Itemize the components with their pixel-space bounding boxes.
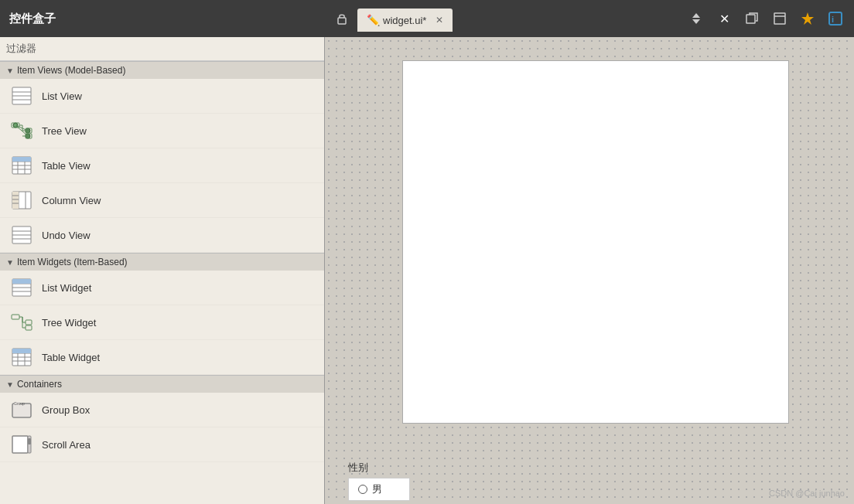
edit-icon: ✏️: [367, 14, 380, 26]
pin-button[interactable]: [795, 6, 820, 31]
category-containers-label: Containers: [17, 379, 62, 390]
widget-item-table-view[interactable]: Table View: [0, 148, 324, 183]
svg-rect-4: [774, 13, 785, 24]
widget-list: ▼ Item Views (Model-Based) List View: [0, 61, 324, 504]
radio-male-label: 男: [372, 482, 382, 496]
panel-title-text: 控件盒子: [9, 12, 56, 25]
extra-icon[interactable]: i: [823, 6, 848, 31]
filter-label: 过滤器: [6, 43, 36, 54]
watermark: CSDN @Cai junhao: [769, 489, 845, 498]
category-arrow-containers-icon: ▼: [6, 380, 14, 389]
scroll-area-label: Scroll Area: [42, 439, 91, 451]
close-icon: ✕: [719, 12, 729, 26]
column-view-icon: [9, 188, 34, 213]
category-widgets-label: Item Widgets (Item-Based): [17, 257, 128, 267]
canvas-main-widget[interactable]: [402, 60, 789, 424]
tree-view-icon: [9, 118, 34, 143]
svg-rect-74: [28, 438, 31, 444]
main-area: 过滤器 ▼ Item Views (Model-Based) List V: [0, 37, 854, 504]
svg-rect-56: [26, 320, 32, 325]
svg-rect-65: [12, 349, 18, 353]
svg-rect-3: [746, 15, 755, 23]
tab-label-text: widget.ui*: [383, 15, 426, 26]
group-box-icon: Group: [9, 397, 34, 422]
radio-group-gender[interactable]: 男: [348, 478, 410, 501]
tree-widget-icon: [9, 310, 34, 335]
category-item-views[interactable]: ▼ Item Views (Model-Based): [0, 61, 324, 79]
svg-rect-51: [12, 315, 19, 319]
svg-rect-67: [25, 349, 31, 353]
table-widget-icon: [9, 345, 34, 369]
svg-marker-2: [692, 19, 700, 24]
widget-panel: 过滤器 ▼ Item Views (Model-Based) List V: [0, 37, 325, 504]
scroll-area-icon: [9, 432, 34, 457]
svg-rect-58: [26, 325, 32, 330]
category-arrow-widgets-icon: ▼: [6, 258, 14, 267]
svg-rect-72: [12, 436, 28, 453]
widget-item-table-widget[interactable]: Table Widget: [0, 340, 324, 375]
widget-item-tree-view[interactable]: Tree View: [0, 114, 324, 148]
column-view-label: Column View: [42, 195, 101, 206]
svg-rect-0: [338, 18, 346, 24]
category-label: Item Views (Model-Based): [17, 65, 126, 76]
restore-button[interactable]: [740, 6, 764, 31]
toolbar-action-icons: ✕ i: [684, 6, 848, 31]
close-window-button[interactable]: ✕: [712, 6, 736, 31]
list-view-icon: [9, 83, 34, 108]
widget-item-list-widget[interactable]: List Widget: [0, 271, 324, 305]
tree-widget-label: Tree Widget: [42, 317, 96, 329]
category-arrow-icon: ▼: [6, 66, 14, 75]
tab-close-icon[interactable]: ✕: [436, 15, 443, 26]
panel-title: 控件盒子: [0, 12, 325, 26]
canvas-area[interactable]: 性别 男 CSDN @Cai junhao: [325, 37, 854, 504]
up-down-icon[interactable]: [684, 6, 709, 31]
svg-marker-6: [801, 12, 814, 25]
widget-item-list-view[interactable]: List View: [0, 79, 324, 114]
svg-rect-66: [18, 349, 25, 353]
toolbar-right: ✏️ widget.ui* ✕ ✕: [325, 5, 854, 32]
group-box-label: Group Box: [42, 404, 90, 416]
filter-bar: 过滤器: [0, 37, 324, 61]
top-toolbar: 控件盒子 ✏️ widget.ui* ✕ ✕: [0, 0, 854, 37]
widget-item-tree-widget[interactable]: Tree Widget: [0, 305, 324, 340]
category-containers[interactable]: ▼ Containers: [0, 375, 324, 393]
table-view-icon: [9, 153, 34, 178]
maximize-button[interactable]: [767, 6, 792, 31]
svg-text:Group: Group: [14, 401, 25, 406]
category-item-widgets[interactable]: ▼ Item Widgets (Item-Based): [0, 253, 324, 271]
tree-view-label: Tree View: [42, 125, 87, 137]
svg-text:i: i: [832, 15, 834, 24]
lock-icon[interactable]: [331, 8, 353, 29]
svg-rect-33: [18, 157, 25, 162]
list-widget-label: List Widget: [42, 282, 91, 294]
undo-view-icon: [9, 223, 34, 247]
widget-item-scroll-area[interactable]: Scroll Area: [0, 427, 324, 462]
table-view-label: Table View: [42, 160, 91, 172]
svg-marker-1: [692, 13, 700, 18]
widget-item-group-box[interactable]: Group Group Box: [0, 393, 324, 427]
svg-rect-34: [25, 157, 31, 162]
list-widget-icon: [9, 275, 34, 300]
list-view-label: List View: [42, 90, 82, 102]
radio-button-male[interactable]: [358, 485, 367, 494]
tab-widget-ui[interactable]: ✏️ widget.ui* ✕: [357, 9, 453, 32]
widget-item-undo-view[interactable]: Undo View: [0, 218, 324, 253]
undo-view-label: Undo View: [42, 230, 91, 241]
svg-rect-38: [12, 192, 19, 209]
table-widget-label: Table Widget: [42, 352, 100, 363]
widget-item-column-view[interactable]: Column View: [0, 183, 324, 218]
svg-rect-32: [12, 157, 18, 162]
svg-rect-50: [12, 279, 31, 284]
label-gender: 性别: [348, 461, 368, 475]
